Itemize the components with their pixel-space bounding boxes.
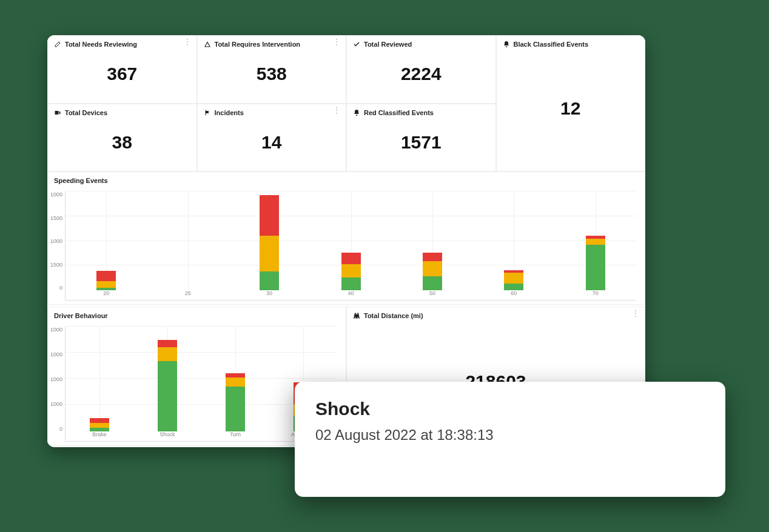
card-title: Incidents [215, 109, 244, 116]
bar-segment[interactable] [586, 239, 605, 245]
card-reviewed[interactable]: Total Reviewed 2224 [346, 35, 496, 104]
flag-icon [204, 109, 211, 116]
card-menu-icon[interactable]: ⋮ [183, 39, 192, 44]
bar-segment[interactable] [423, 276, 442, 290]
bar-segment[interactable] [260, 195, 279, 236]
card-title: Total Devices [65, 109, 107, 116]
bar-segment[interactable] [90, 423, 109, 428]
x-tick-label: 40 [339, 290, 363, 300]
x-tick-label: 70 [583, 290, 608, 300]
card-value: 538 [198, 53, 346, 103]
x-tick-label: Turn [223, 431, 247, 441]
x-tick-label: Brake [87, 431, 112, 441]
x-tick-label: 20 [94, 290, 118, 300]
card-black-events[interactable]: Black Classified Events 12 [496, 35, 646, 171]
bar-segment[interactable] [260, 236, 279, 271]
card-title: Driver Behaviour [54, 312, 108, 319]
card-devices[interactable]: Total Devices 38 [47, 104, 197, 172]
bar-segment[interactable] [423, 261, 442, 276]
bar-segment[interactable] [260, 271, 279, 290]
bar-segment[interactable] [504, 273, 523, 283]
x-tick-label: 60 [502, 290, 526, 300]
camera-icon [54, 109, 61, 116]
card-title: Total Requires Intervention [215, 41, 301, 48]
card-needs-reviewing[interactable]: Total Needs Reviewing ⋮ 367 [47, 35, 197, 104]
check-icon [353, 41, 360, 48]
bar-segment[interactable] [90, 418, 109, 423]
bar-segment[interactable] [504, 284, 523, 290]
bar-segment[interactable] [341, 278, 361, 290]
warning-icon [204, 41, 211, 48]
bar-segment[interactable] [341, 253, 361, 264]
card-value: 367 [48, 53, 196, 103]
x-tick-label: 25 [176, 290, 200, 300]
card-incidents[interactable]: Incidents ⋮ 14 [197, 104, 347, 172]
y-axis: 1000 1000 1000 1000 0 [50, 327, 65, 442]
bar-segment[interactable] [226, 377, 245, 387]
card-menu-icon[interactable]: ⋮ [332, 39, 341, 44]
bell-icon [353, 109, 360, 116]
plot-area: 20253040506070 [65, 191, 636, 301]
event-popup[interactable]: Shock 02 August 2022 at 18:38:13 [295, 382, 725, 497]
x-tick-label: Shock [155, 431, 180, 441]
card-red-events[interactable]: Red Classified Events 1571 [346, 104, 496, 172]
card-title: Total Distance (mi) [364, 312, 423, 319]
card-title: Red Classified Events [364, 109, 434, 116]
bar-segment[interactable] [96, 271, 116, 281]
x-tick-label: 30 [257, 290, 281, 300]
card-value: 2224 [347, 53, 495, 103]
card-value: 1571 [347, 121, 495, 171]
edit-icon [54, 41, 61, 48]
bar-segment[interactable] [341, 264, 361, 278]
bar-segment[interactable] [158, 361, 177, 431]
card-value: 14 [198, 121, 346, 171]
card-value: 38 [48, 121, 196, 171]
road-icon [353, 312, 360, 319]
y-axis: 1000 1500 1000 1500 0 [50, 191, 65, 301]
card-value: 12 [497, 53, 645, 171]
bar-segment[interactable] [96, 281, 116, 288]
x-tick-label: 50 [420, 290, 445, 300]
card-title: Black Classified Events [514, 41, 589, 48]
bar-segment[interactable] [158, 340, 177, 347]
bar-segment[interactable] [586, 245, 605, 290]
card-menu-icon[interactable]: ⋮ [631, 311, 640, 316]
card-title: Total Reviewed [364, 41, 412, 48]
bar-segment[interactable] [158, 347, 177, 361]
card-title: Total Needs Reviewing [65, 41, 137, 48]
card-speeding-chart[interactable]: Speeding Events 1000 1500 1000 1500 0 20… [47, 171, 645, 305]
bell-icon [503, 41, 510, 48]
popup-title: Shock [315, 399, 705, 419]
card-requires-intervention[interactable]: Total Requires Intervention ⋮ 538 [197, 35, 347, 104]
bar-segment[interactable] [226, 373, 245, 378]
bar-segment[interactable] [226, 387, 245, 431]
popup-subtitle: 02 August 2022 at 18:38:13 [315, 427, 705, 444]
card-title: Speeding Events [54, 177, 108, 184]
bar-segment[interactable] [423, 253, 442, 261]
card-menu-icon[interactable]: ⋮ [332, 108, 341, 113]
speeding-chart: 1000 1500 1000 1500 0 20253040506070 [48, 189, 645, 304]
